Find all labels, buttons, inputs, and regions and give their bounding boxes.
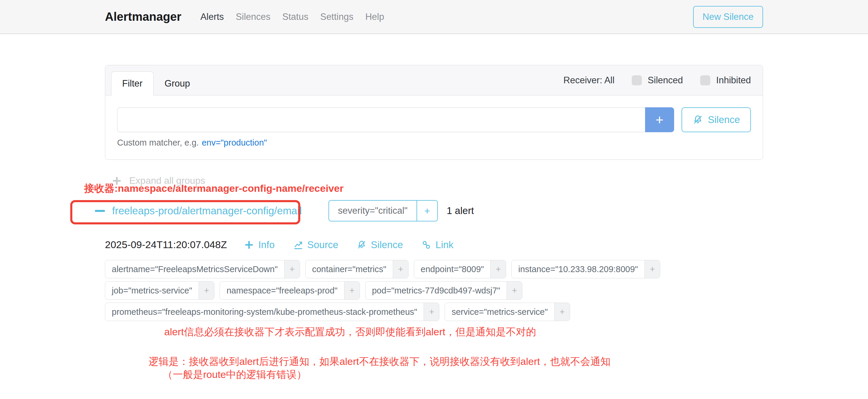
bell-slash-icon [356, 240, 367, 250]
group-receiver-toggle[interactable]: freeleaps-prod/alertmanager-config/email [95, 200, 310, 222]
bell-slash-icon [692, 115, 703, 125]
alert-label-text: instance="10.233.98.209:8009" [512, 260, 645, 278]
alert-label-text: job="metrics-service" [105, 282, 198, 299]
alert-header-row: 2025-09-24T11:20:07.048Z InfoSourceSilen… [105, 239, 763, 250]
add-label-filter-button[interactable]: + [554, 303, 570, 321]
group-matcher-chip: severity="critical" + [329, 200, 438, 221]
alert-label-chip: container="metrics"+ [305, 260, 408, 278]
tab-group[interactable]: Group [154, 71, 201, 95]
filter-options: Receiver: All SilencedInhibited [563, 65, 751, 95]
alert-actions: InfoSourceSilenceLink [244, 239, 453, 250]
alert-action-link[interactable]: Link [421, 239, 454, 250]
action-label: Source [307, 239, 339, 250]
alert-label-chip: prometheus="freeleaps-monitoring-system/… [105, 303, 439, 321]
annotation-config-note: alert信息必须在接收器下才表示配置成功，否则即使能看到alert，但是通知是… [164, 325, 536, 339]
link-icon [421, 240, 431, 250]
group-receiver-label: freeleaps-prod/alertmanager-config/email [112, 205, 302, 217]
alert-label-chip: service="metrics-service"+ [445, 303, 570, 321]
action-label: Silence [371, 239, 403, 250]
alert-label-text: endpoint="8009" [414, 260, 490, 278]
checkbox-label: Inhibited [716, 75, 751, 86]
annotation-logic-note: 逻辑是：接收器收到alert后进行通知，如果alert不在接收器下，说明接收器没… [149, 355, 610, 368]
nav-item-settings[interactable]: Settings [315, 9, 358, 25]
alert-group-row: freeleaps-prod/alertmanager-config/email… [95, 200, 763, 222]
add-label-filter-button[interactable]: + [490, 260, 506, 278]
add-label-filter-button[interactable]: + [198, 282, 214, 299]
annotation-route-note: （一般是route中的逻辑有错误） [163, 368, 307, 381]
matcher-input[interactable] [117, 107, 645, 132]
matcher-input-group: + [117, 107, 674, 132]
new-silence-button[interactable]: New Silence [693, 6, 763, 28]
nav-item-alerts[interactable]: Alerts [196, 9, 228, 25]
alert-label-text: prometheus="freeleaps-monitoring-system/… [105, 303, 424, 321]
annotation-receiver-note: 接收器:namespace/altermanager-config-name/r… [84, 182, 344, 195]
checkbox-label: Silenced [648, 75, 683, 86]
add-label-filter-button[interactable]: + [645, 260, 660, 278]
alert-label-chip: endpoint="8009"+ [414, 260, 506, 278]
alert-label-chip: instance="10.233.98.209:8009"+ [512, 260, 660, 278]
add-label-filter-button[interactable]: + [284, 260, 300, 278]
chart-icon [293, 240, 303, 250]
collapse-minus-icon [95, 210, 105, 212]
filter-card: FilterGroup Receiver: All SilencedInhibi… [105, 65, 763, 160]
matcher-helper-text: Custom matcher, e.g.env="production" [117, 138, 751, 148]
silence-button-label: Silence [708, 114, 740, 125]
receiver-filter[interactable]: Receiver: All [563, 75, 615, 86]
nav-item-status[interactable]: Status [277, 9, 313, 25]
alert-label-text: pod="metrics-77d9cdb497-wdsj7" [366, 282, 507, 299]
add-label-filter-button[interactable]: + [424, 303, 439, 321]
nav-links: AlertsSilencesStatusSettingsHelp [196, 9, 389, 25]
alert-label-text: service="metrics-service" [445, 303, 554, 321]
add-label-filter-button[interactable]: + [393, 260, 408, 278]
alert-label-chip: alertname="FreeleapsMetricsServiceDown"+ [105, 260, 300, 278]
alert-count: 1 alert [447, 205, 474, 216]
add-matcher-button[interactable]: + [645, 107, 674, 132]
tab-filter[interactable]: Filter [111, 71, 154, 95]
alert-action-info[interactable]: Info [244, 239, 275, 250]
plus-icon [244, 240, 254, 250]
add-label-filter-button[interactable]: + [507, 282, 522, 299]
checkbox-icon[interactable] [632, 75, 642, 85]
silence-filter-button[interactable]: Silence [682, 107, 751, 132]
alert-labels: alertname="FreeleapsMetricsServiceDown"+… [105, 260, 698, 321]
alert-action-silence[interactable]: Silence [356, 239, 403, 250]
alert-label-text: namespace="freeleaps-prod" [220, 282, 344, 299]
group-matcher-label: severity="critical" [329, 201, 416, 221]
add-group-matcher-button[interactable]: + [416, 201, 437, 221]
nav-item-silences[interactable]: Silences [231, 9, 275, 25]
filter-card-header: FilterGroup Receiver: All SilencedInhibi… [105, 65, 763, 95]
alert-label-chip: pod="metrics-77d9cdb497-wdsj7"+ [365, 281, 522, 300]
filter-card-body: + Silence Custom matcher, e.g.env="produ… [105, 95, 763, 159]
alert-label-text: alertname="FreeleapsMetricsServiceDown" [105, 260, 284, 278]
alert-label-chip: namespace="freeleaps-prod"+ [220, 281, 360, 300]
checkbox-icon[interactable] [700, 75, 710, 85]
alert-action-source[interactable]: Source [293, 239, 339, 250]
action-label: Link [435, 239, 454, 250]
action-label: Info [258, 239, 275, 250]
alert-timestamp: 2025-09-24T11:20:07.048Z [105, 239, 227, 250]
alert-groups: Expand all groups freeleaps-prod/alertma… [105, 175, 763, 321]
alert-label-text: container="metrics" [306, 260, 393, 278]
nav-item-help[interactable]: Help [361, 9, 389, 25]
filter-checkbox-inhibited[interactable]: Inhibited [700, 75, 751, 86]
filter-checkbox-silenced[interactable]: Silenced [632, 75, 683, 86]
navbar: Alertmanager AlertsSilencesStatusSetting… [0, 0, 868, 34]
alert-label-chip: job="metrics-service"+ [105, 281, 214, 300]
filter-group-tabs: FilterGroup [111, 65, 201, 95]
app-brand[interactable]: Alertmanager [105, 10, 181, 23]
matcher-example-link[interactable]: env="production" [202, 138, 267, 147]
add-label-filter-button[interactable]: + [344, 282, 360, 299]
